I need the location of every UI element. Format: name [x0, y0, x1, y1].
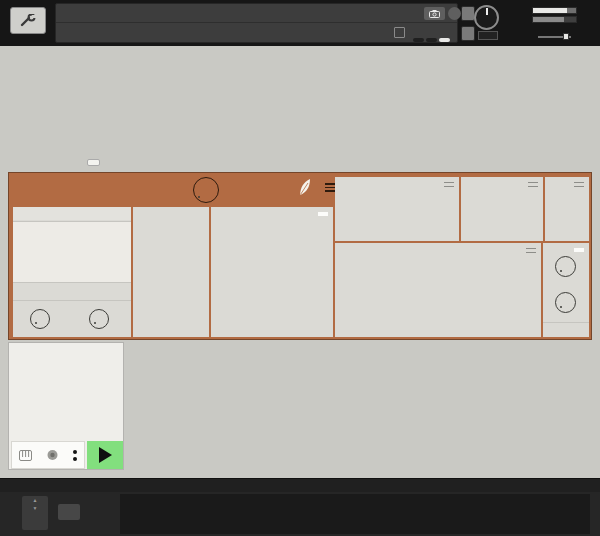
play-icon	[99, 447, 112, 463]
instrument-panel	[0, 46, 600, 478]
midi-activity-display	[478, 31, 498, 40]
master-dropdown[interactable]	[543, 322, 589, 337]
header-bar	[0, 0, 600, 46]
transient-enable-indicator[interactable]	[528, 182, 538, 187]
keyboard-minus-button[interactable]	[58, 504, 80, 520]
top-channel-strips	[8, 50, 592, 170]
octave-shift-control[interactable]: ▲ ▼	[22, 496, 48, 530]
camera-icon	[429, 10, 440, 18]
sample-panel	[13, 207, 131, 337]
filter-enable-indicator[interactable]	[318, 212, 328, 216]
equaliser-panel	[335, 243, 541, 337]
utility-buttons	[11, 441, 85, 469]
dots-badge	[87, 159, 100, 166]
sample-slot-tabs	[13, 207, 131, 220]
volume-slider-thumb[interactable]	[563, 33, 569, 40]
volume-slider[interactable]	[532, 32, 577, 41]
snapshot-camera-button[interactable]	[424, 7, 445, 20]
fx-sends-panel	[543, 243, 589, 337]
keyboard-section: ▲ ▼	[0, 492, 600, 536]
sat-enable-indicator[interactable]	[574, 182, 584, 187]
fx1-enable-indicator[interactable]	[574, 248, 584, 252]
instrument-header-panel	[55, 3, 458, 43]
fx-mixer-panel	[8, 342, 124, 470]
level-meter-left	[532, 7, 577, 14]
waveform-display[interactable]	[13, 221, 131, 283]
mixer-icon[interactable]	[46, 449, 59, 461]
filter-panel	[211, 207, 333, 337]
compressor-enable-indicator[interactable]	[444, 182, 454, 187]
transient-panel	[461, 177, 543, 241]
pitch-start-row	[13, 300, 131, 337]
bottom-channel-strips	[8, 342, 592, 470]
wrench-button[interactable]	[10, 7, 46, 34]
play-button[interactable]	[87, 441, 123, 469]
keyboard-icon[interactable]	[19, 450, 32, 461]
saturation-panel	[545, 177, 589, 241]
voice-meter	[413, 38, 424, 42]
solo-button[interactable]	[461, 6, 475, 21]
tune-knob[interactable]	[474, 5, 499, 30]
solo-mute-column	[461, 6, 475, 46]
start-knob[interactable]	[89, 309, 109, 329]
envelope-panel	[133, 207, 209, 337]
wrench-icon	[19, 14, 37, 28]
dots-icon[interactable]	[73, 450, 77, 461]
mute-button[interactable]	[461, 26, 475, 41]
bd-editor-panel	[8, 172, 592, 340]
voice-meter	[426, 38, 437, 42]
accent-knob[interactable]	[193, 177, 219, 203]
info-button[interactable]	[448, 7, 461, 20]
compressor-panel	[335, 177, 459, 241]
brush-icon[interactable]	[297, 178, 313, 201]
equaliser-enable-indicator[interactable]	[526, 248, 536, 253]
file-icon[interactable]	[394, 27, 405, 38]
fx1-send-knob[interactable]	[555, 256, 576, 277]
footer-tab-bar	[0, 478, 600, 492]
fx2-send-knob[interactable]	[555, 292, 576, 313]
level-pan-row	[13, 285, 131, 299]
pitch-knob[interactable]	[30, 309, 50, 329]
level-meter-right	[532, 16, 577, 23]
voice-meter	[439, 38, 450, 42]
octave-up-icon[interactable]: ▲	[22, 496, 48, 504]
octave-down-icon[interactable]: ▼	[22, 504, 48, 512]
piano-keyboard[interactable]	[120, 494, 590, 534]
